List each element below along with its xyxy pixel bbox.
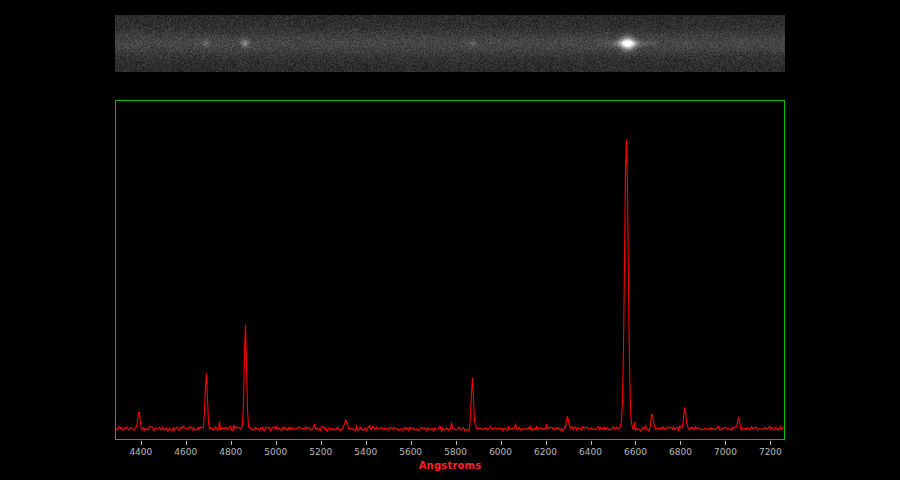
x-tick-label: 5600 — [399, 447, 422, 457]
spectrum-viewer-window: Angstroms 440046004800500052005400560058… — [0, 0, 900, 480]
x-tick-mark — [411, 441, 412, 445]
x-tick-label: 6000 — [489, 447, 512, 457]
x-tick-mark — [276, 441, 277, 445]
x-tick-label: 5200 — [309, 447, 332, 457]
x-tick-mark — [321, 441, 322, 445]
x-tick-label: 7000 — [714, 447, 737, 457]
x-tick-label: 4400 — [129, 447, 152, 457]
x-axis: Angstroms 440046004800500052005400560058… — [115, 441, 785, 479]
x-tick-mark — [680, 441, 681, 445]
x-tick-mark — [141, 441, 142, 445]
x-tick-label: 4800 — [219, 447, 242, 457]
x-tick-mark — [635, 441, 636, 445]
x-tick-label: 6200 — [534, 447, 557, 457]
x-tick-label: 7200 — [759, 447, 782, 457]
x-tick-mark — [770, 441, 771, 445]
x-tick-mark — [366, 441, 367, 445]
x-tick-mark — [456, 441, 457, 445]
spectrum-plot-frame — [115, 100, 785, 440]
x-tick-label: 6800 — [669, 447, 692, 457]
x-tick-mark — [231, 441, 232, 445]
x-tick-label: 5400 — [354, 447, 377, 457]
x-tick-mark — [501, 441, 502, 445]
x-tick-label: 6400 — [579, 447, 602, 457]
x-tick-mark — [186, 441, 187, 445]
x-tick-label: 6600 — [624, 447, 647, 457]
x-tick-label: 5000 — [264, 447, 287, 457]
x-tick-label: 5800 — [444, 447, 467, 457]
x-tick-label: 4600 — [174, 447, 197, 457]
spectrum-2d-strip — [115, 15, 785, 72]
x-tick-mark — [546, 441, 547, 445]
spectrum-plot[interactable] — [116, 101, 784, 439]
x-tick-mark — [591, 441, 592, 445]
x-tick-mark — [725, 441, 726, 445]
x-axis-title: Angstroms — [419, 460, 482, 471]
